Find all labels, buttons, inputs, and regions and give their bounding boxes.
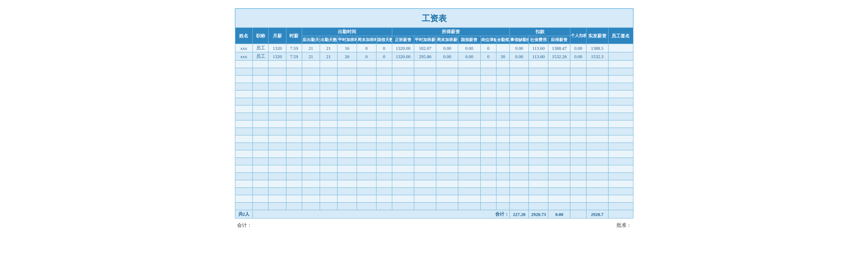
table-cell: 0.00: [436, 44, 458, 52]
empty-cell: [480, 113, 496, 120]
empty-cell: [302, 165, 320, 173]
empty-cell: [608, 106, 633, 113]
empty-cell: [586, 120, 608, 128]
empty-cell: [548, 76, 570, 83]
empty-cell: [436, 158, 458, 165]
table-cell: 1532.26: [548, 52, 570, 61]
empty-cell: [337, 173, 357, 180]
empty-cell: [570, 188, 586, 195]
empty-cell: [253, 113, 269, 120]
empty-cell: [496, 180, 509, 188]
th-total-deduction: 应得薪资: [548, 36, 570, 44]
empty-cell: [608, 188, 633, 195]
th-hourly: 时薪: [286, 28, 302, 44]
empty-cell: [253, 195, 269, 203]
empty-cell: [320, 165, 337, 173]
empty-cell: [235, 158, 253, 165]
empty-cell: [269, 68, 286, 76]
empty-cell: [253, 203, 269, 210]
empty-cell: [548, 150, 570, 158]
empty-cell: [376, 83, 392, 91]
empty-cell: [480, 158, 496, 165]
empty-cell: [414, 165, 436, 173]
th-overtime-weekday-pay: 平时加班薪资: [414, 36, 436, 44]
empty-cell: [548, 120, 570, 128]
empty-cell: [376, 135, 392, 143]
empty-cell: [608, 195, 633, 203]
empty-cell: [608, 113, 633, 120]
bottom-notes: 会计： 批准：: [235, 222, 633, 229]
empty-cell: [529, 180, 548, 188]
empty-cell: [302, 61, 320, 68]
empty-cell: [458, 113, 480, 120]
empty-cell: [586, 143, 608, 150]
empty-row: [235, 106, 633, 113]
empty-cell: [480, 83, 496, 91]
empty-cell: [320, 195, 337, 203]
empty-cell: [357, 120, 376, 128]
empty-cell: [376, 128, 392, 135]
group-earnings: 所得薪资: [392, 28, 509, 36]
empty-cell: [269, 128, 286, 135]
empty-cell: [586, 68, 608, 76]
empty-cell: [414, 188, 436, 195]
group-attendance: 出勤时间: [302, 28, 392, 36]
empty-cell: [337, 158, 357, 165]
empty-cell: [548, 98, 570, 106]
empty-cell: [286, 135, 302, 143]
empty-cell: [302, 195, 320, 203]
th-required-days: 应出勤天数: [302, 36, 320, 44]
empty-cell: [496, 173, 509, 180]
empty-cell: [320, 120, 337, 128]
empty-cell: [548, 83, 570, 91]
empty-cell: [414, 106, 436, 113]
empty-cell: [548, 113, 570, 120]
empty-cell: [320, 173, 337, 180]
empty-cell: [458, 61, 480, 68]
empty-cell: [509, 61, 529, 68]
empty-cell: [269, 76, 286, 83]
empty-cell: [570, 113, 586, 120]
empty-cell: [357, 135, 376, 143]
empty-cell: [414, 158, 436, 165]
empty-cell: [357, 180, 376, 188]
page-title: 工资表: [235, 8, 633, 27]
empty-cell: [235, 98, 253, 106]
empty-cell: [357, 128, 376, 135]
empty-cell: [548, 180, 570, 188]
empty-cell: [496, 91, 509, 98]
empty-cell: [509, 83, 529, 91]
empty-cell: [496, 61, 509, 68]
empty-cell: [337, 188, 357, 195]
empty-cell: [253, 188, 269, 195]
empty-cell: [286, 76, 302, 83]
empty-cell: [286, 195, 302, 203]
table-cell: 0: [357, 44, 376, 52]
empty-cell: [570, 76, 586, 83]
empty-row: [235, 76, 633, 83]
empty-cell: [458, 98, 480, 106]
empty-cell: [269, 91, 286, 98]
empty-cell: [436, 173, 458, 180]
empty-cell: [269, 106, 286, 113]
empty-cell: [529, 76, 548, 83]
footer-accident-total: 227.20: [509, 210, 529, 219]
th-personal-tax: 个人扣税: [570, 28, 586, 44]
empty-cell: [253, 180, 269, 188]
empty-cell: [548, 165, 570, 173]
empty-cell: [376, 158, 392, 165]
empty-cell: [376, 98, 392, 106]
empty-cell: [392, 180, 414, 188]
empty-cell: [608, 98, 633, 106]
empty-row: [235, 188, 633, 195]
empty-cell: [548, 173, 570, 180]
footer-row: 共2人 合计： 227.20 2920.73 0.00 2920.7: [235, 210, 633, 219]
empty-cell: [586, 188, 608, 195]
empty-cell: [302, 128, 320, 135]
empty-cell: [480, 135, 496, 143]
empty-cell: [286, 150, 302, 158]
empty-cell: [608, 165, 633, 173]
empty-cell: [509, 106, 529, 113]
empty-cell: [392, 165, 414, 173]
empty-cell: [302, 203, 320, 210]
